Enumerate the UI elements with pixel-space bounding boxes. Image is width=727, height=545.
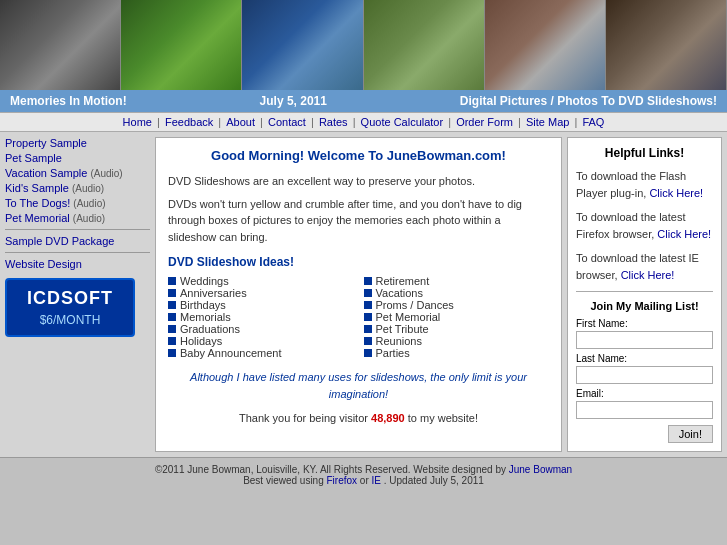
- site-name: Memories In Motion!: [10, 94, 127, 108]
- main-para1: DVD Slideshows are an excellent way to p…: [168, 173, 549, 190]
- sidebar-link-pet[interactable]: Pet Sample: [5, 152, 62, 164]
- bullet-icon: [364, 301, 372, 309]
- idea-pet-tribute: Pet Tribute: [364, 323, 550, 335]
- sidebar-link-vacation[interactable]: Vacation Sample (Audio): [5, 167, 123, 179]
- bullet-icon: [168, 277, 176, 285]
- idea-graduations: Graduations: [168, 323, 354, 335]
- bullet-icon: [364, 289, 372, 297]
- footer-copyright: ©2011 June Bowman, Louisville, KY. All R…: [10, 464, 717, 475]
- header-date: July 5, 2011: [260, 94, 327, 108]
- nav-about[interactable]: About: [226, 116, 255, 128]
- bullet-icon: [168, 325, 176, 333]
- icdsoft-advertisement[interactable]: ICDSOFT $6/MONTH: [5, 278, 135, 337]
- sidebar-link-pet-memorial[interactable]: Pet Memorial (Audio): [5, 212, 105, 224]
- firefox-text: To download the latest Firefox browser, …: [576, 209, 713, 242]
- idea-vacations: Vacations: [364, 287, 550, 299]
- sidebar-item-sample-dvd: Sample DVD Package: [5, 235, 150, 247]
- sidebar-link-property[interactable]: Property Sample: [5, 137, 87, 149]
- ie-link[interactable]: Click Here!: [621, 269, 675, 281]
- email-label: Email:: [576, 388, 713, 399]
- bullet-icon: [168, 337, 176, 345]
- footer-designer-link[interactable]: June Bowman: [509, 464, 572, 475]
- join-button-row: Join!: [576, 425, 713, 443]
- email-input[interactable]: [576, 401, 713, 419]
- welcome-heading: Good Morning! Welcome To JuneBowman.com!: [168, 148, 549, 163]
- ideas-left-col: Weddings Anniversaries Birthdays Memoria…: [168, 275, 354, 359]
- helpful-links-title: Helpful Links!: [576, 146, 713, 160]
- flash-text: To download the Flash Player plug-in, Cl…: [576, 168, 713, 201]
- sidebar-link-sample-dvd[interactable]: Sample DVD Package: [5, 235, 114, 247]
- idea-pet-memorial: Pet Memorial: [364, 311, 550, 323]
- idea-memorials: Memorials: [168, 311, 354, 323]
- idea-retirement: Retirement: [364, 275, 550, 287]
- sidebar-link-kids[interactable]: Kid's Sample (Audio): [5, 182, 104, 194]
- main-para2: DVDs won't turn yellow and crumble after…: [168, 196, 549, 246]
- idea-proms: Proms / Dances: [364, 299, 550, 311]
- sidebar-item-website-design: Website Design: [5, 258, 150, 270]
- bullet-icon: [364, 313, 372, 321]
- helpful-links-box: Helpful Links! To download the Flash Pla…: [567, 137, 722, 452]
- sidebar-link-dogs[interactable]: To The Dogs! (Audio): [5, 197, 106, 209]
- idea-holidays: Holidays: [168, 335, 354, 347]
- footer-firefox-link[interactable]: Firefox: [327, 475, 358, 486]
- nav-quote-calculator[interactable]: Quote Calculator: [361, 116, 444, 128]
- idea-baby-announcement: Baby Announcement: [168, 347, 354, 359]
- main-container: Property Sample Pet Sample Vacation Samp…: [0, 132, 727, 457]
- nav-faq[interactable]: FAQ: [582, 116, 604, 128]
- bullet-icon: [168, 289, 176, 297]
- bullet-icon: [364, 349, 372, 357]
- photo-6: [606, 0, 727, 90]
- first-name-input[interactable]: [576, 331, 713, 349]
- icdsoft-logo: ICDSOFT: [12, 288, 128, 309]
- photo-4: [364, 0, 485, 90]
- last-name-input[interactable]: [576, 366, 713, 384]
- ideas-right-col: Retirement Vacations Proms / Dances Pet …: [364, 275, 550, 359]
- sidebar-item-vacation: Vacation Sample (Audio): [5, 167, 150, 179]
- icdsoft-price: $6/MONTH: [12, 313, 128, 327]
- header-photo-strip: [0, 0, 727, 90]
- footer-viewing: Best viewed using Firefox or IE . Update…: [10, 475, 717, 486]
- sidebar-divider2: [5, 252, 150, 253]
- nav-order-form[interactable]: Order Form: [456, 116, 513, 128]
- sidebar: Property Sample Pet Sample Vacation Samp…: [5, 137, 150, 452]
- mailing-list-form: Join My Mailing List! First Name: Last N…: [576, 291, 713, 443]
- closing-note: Although I have listed many uses for sli…: [168, 369, 549, 402]
- sidebar-item-kids: Kid's Sample (Audio): [5, 182, 150, 194]
- bullet-icon: [168, 313, 176, 321]
- header-bar: Memories In Motion! July 5, 2011 Digital…: [0, 90, 727, 112]
- nav-site-map[interactable]: Site Map: [526, 116, 569, 128]
- sidebar-item-property: Property Sample: [5, 137, 150, 149]
- last-name-label: Last Name:: [576, 353, 713, 364]
- nav-rates[interactable]: Rates: [319, 116, 348, 128]
- nav-contact[interactable]: Contact: [268, 116, 306, 128]
- center-content: Good Morning! Welcome To JuneBowman.com!…: [155, 137, 562, 452]
- photo-2: [121, 0, 242, 90]
- photo-5: [485, 0, 606, 90]
- bullet-icon: [364, 337, 372, 345]
- slideshow-ideas-title: DVD Slideshow Ideas!: [168, 255, 549, 269]
- sidebar-link-website-design[interactable]: Website Design: [5, 258, 82, 270]
- sidebar-divider: [5, 229, 150, 230]
- sidebar-item-dogs: To The Dogs! (Audio): [5, 197, 150, 209]
- nav-home[interactable]: Home: [123, 116, 152, 128]
- idea-reunions: Reunions: [364, 335, 550, 347]
- bullet-icon: [168, 301, 176, 309]
- bullet-icon: [364, 277, 372, 285]
- visitor-note: Thank you for being visitor 48,890 to my…: [168, 410, 549, 427]
- nav-bar: Home | Feedback | About | Contact | Rate…: [0, 112, 727, 132]
- footer-ie-link[interactable]: IE: [372, 475, 381, 486]
- footer: ©2011 June Bowman, Louisville, KY. All R…: [0, 457, 727, 492]
- flash-link[interactable]: Click Here!: [649, 187, 703, 199]
- ie-text: To download the latest IE browser, Click…: [576, 250, 713, 283]
- firefox-link[interactable]: Click Here!: [657, 228, 711, 240]
- first-name-label: First Name:: [576, 318, 713, 329]
- nav-feedback[interactable]: Feedback: [165, 116, 213, 128]
- sidebar-item-pet-memorial: Pet Memorial (Audio): [5, 212, 150, 224]
- visitor-count: 48,890: [371, 412, 405, 424]
- photo-1: [0, 0, 121, 90]
- idea-parties: Parties: [364, 347, 550, 359]
- mailing-list-title: Join My Mailing List!: [576, 300, 713, 312]
- photo-3: [242, 0, 363, 90]
- idea-anniversaries: Anniversaries: [168, 287, 354, 299]
- join-button[interactable]: Join!: [668, 425, 713, 443]
